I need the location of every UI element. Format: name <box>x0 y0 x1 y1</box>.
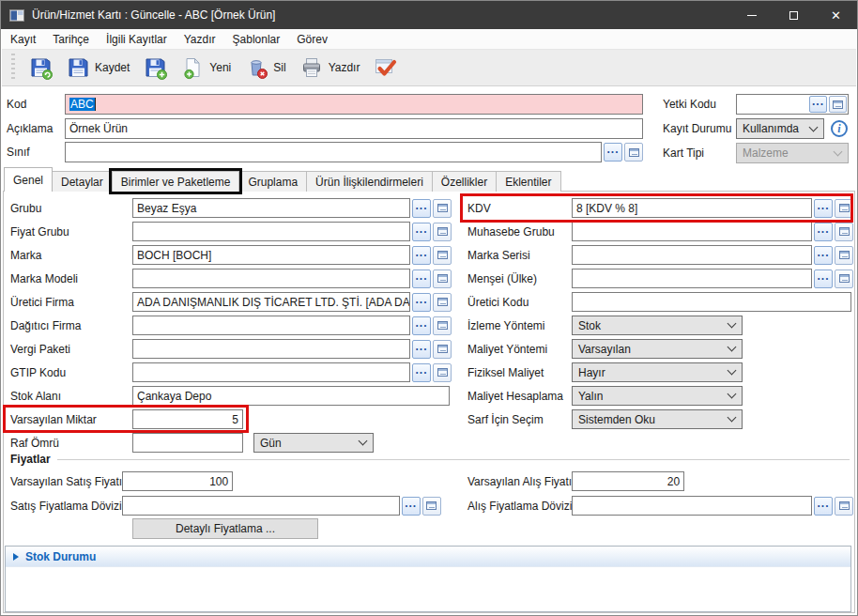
detail-button[interactable] <box>433 246 452 265</box>
browse-button[interactable]: ... <box>412 246 431 265</box>
kod-input[interactable]: ABC <box>65 94 643 115</box>
sinif-detail-button[interactable] <box>624 143 643 162</box>
minimize-button[interactable] <box>730 1 773 29</box>
browse-button[interactable]: ... <box>412 223 431 241</box>
sinif-browse-button[interactable]: ... <box>604 143 622 162</box>
izleme-yontemi-select[interactable]: Stok <box>572 316 743 335</box>
aciklama-input[interactable]: Örnek Ürün <box>65 118 643 139</box>
tab-ozellikler[interactable]: Özellikler <box>432 171 497 192</box>
save-refresh-button[interactable] <box>23 52 58 84</box>
browse-button[interactable]: ... <box>412 199 431 218</box>
sarf-icin-secim-select[interactable]: Sistemden Oku <box>572 409 743 429</box>
tab-birimler-ve-paketleme[interactable]: Birimler ve Paketleme <box>112 171 240 192</box>
alis-fiyati-input[interactable]: 20 <box>572 471 684 491</box>
tab-gruplama[interactable]: Gruplama <box>238 171 307 192</box>
mini-window-icon <box>629 148 639 157</box>
sinif-input[interactable] <box>65 142 602 162</box>
yetki-detail-button[interactable] <box>829 96 847 113</box>
detail-button[interactable] <box>433 363 452 382</box>
detail-button[interactable] <box>433 270 452 288</box>
menu-tarihce[interactable]: Tarihçe <box>44 30 98 49</box>
yetki-kodu-input[interactable]: ... <box>736 94 849 115</box>
menu-ilgili-kayitlar[interactable]: İlgili Kayıtlar <box>98 30 176 49</box>
browse-button[interactable]: ... <box>814 223 833 241</box>
fiziksel-maliyet-select[interactable]: Hayır <box>572 362 743 382</box>
chevron-down-icon <box>728 319 737 329</box>
mini-window-icon <box>839 501 850 510</box>
save-and-new-button[interactable] <box>137 52 173 84</box>
detail-button[interactable] <box>433 316 452 335</box>
info-icon[interactable]: i <box>831 120 848 137</box>
uretici-kodu-input[interactable] <box>572 292 851 312</box>
detail-button[interactable] <box>433 340 452 359</box>
tab-genel[interactable]: Genel <box>4 167 53 192</box>
detail-button[interactable] <box>835 223 853 241</box>
maliyet-hesaplama-select[interactable]: Yalın <box>572 386 743 406</box>
dagitici-firma-input[interactable] <box>132 316 410 335</box>
close-icon: ✕ <box>831 9 841 22</box>
satis-fiyati-input[interactable]: 100 <box>122 471 233 491</box>
kart-tipi-select: Malzeme <box>736 143 849 163</box>
detail-button[interactable] <box>433 199 452 218</box>
satis-doviz-input[interactable] <box>122 496 400 516</box>
grubu-input[interactable]: Beyaz Eşya <box>132 198 410 218</box>
uretici-firma-input[interactable]: ADA DANIŞMANLIK DIŞ TİCARET LTD. ŞTİ. [A… <box>132 292 410 312</box>
marka-modeli-input[interactable] <box>132 269 410 288</box>
tab-detaylar[interactable]: Detaylar <box>52 171 113 192</box>
marka-serisi-input[interactable] <box>572 245 812 265</box>
browse-button[interactable]: ... <box>814 270 833 288</box>
new-button[interactable]: Yeni <box>175 52 237 84</box>
task-approve-button[interactable] <box>367 52 405 84</box>
browse-button[interactable]: ... <box>412 340 431 359</box>
maximize-button[interactable] <box>773 1 815 29</box>
menu-gorev[interactable]: Görev <box>288 30 336 49</box>
ellipsis-icon: ... <box>415 298 427 301</box>
detail-button[interactable] <box>433 293 452 312</box>
raf-omru-input[interactable] <box>132 433 243 453</box>
menu-sablonlar[interactable]: Şablonlar <box>224 30 289 49</box>
delete-trash-icon <box>244 55 268 80</box>
marka-input[interactable]: BOCH [BOCH] <box>132 245 410 265</box>
detail-button[interactable] <box>835 497 853 516</box>
tab-urun-iliskilendirmeleri[interactable]: Ürün İlişkilendirmeleri <box>306 171 433 192</box>
stok-durumu-expander[interactable]: Stok Durumu <box>6 547 850 567</box>
tab-eklentiler[interactable]: Eklentiler <box>496 171 560 192</box>
browse-button[interactable]: ... <box>412 293 431 312</box>
vergi-paketi-input[interactable] <box>132 339 410 359</box>
close-button[interactable]: ✕ <box>815 1 857 29</box>
print-button[interactable]: Yazdır <box>294 52 366 84</box>
detail-button[interactable] <box>835 270 853 288</box>
alis-doviz-input[interactable] <box>572 496 812 516</box>
fiyat-grubu-input[interactable] <box>132 222 410 241</box>
sinif-label: Sınıf <box>7 142 30 162</box>
maliyet-yontemi-select[interactable]: Varsayılan <box>572 339 743 359</box>
ellipsis-icon: ... <box>415 321 427 325</box>
browse-button[interactable]: ... <box>814 246 833 265</box>
browse-button[interactable]: ... <box>814 497 833 516</box>
browse-button[interactable]: ... <box>402 497 421 516</box>
mensei-ulke-input[interactable] <box>572 269 812 288</box>
detail-button[interactable] <box>835 246 853 265</box>
gtip-kodu-input[interactable] <box>132 362 410 382</box>
menu-kayit[interactable]: Kayıt <box>2 30 44 49</box>
muhasebe-grubu-input[interactable] <box>572 222 812 241</box>
varsayilan-miktar-input[interactable]: 5 <box>132 409 243 429</box>
mini-window-icon <box>437 368 448 377</box>
browse-button[interactable]: ... <box>814 199 833 218</box>
detail-button[interactable] <box>422 497 441 516</box>
raf-omru-unit-select[interactable]: Gün <box>253 433 374 453</box>
save-button[interactable]: Kaydet <box>60 52 135 84</box>
stok-alani-input[interactable]: Çankaya Depo <box>132 386 450 406</box>
detayli-fiyatlama-button[interactable]: Detaylı Fiyatlama ... <box>132 518 318 539</box>
yetki-browse-button[interactable]: ... <box>809 96 827 113</box>
menu-yazdir[interactable]: Yazdır <box>176 30 224 49</box>
delete-button[interactable]: Sil <box>238 52 291 84</box>
kayit-durumu-select[interactable]: Kullanımda <box>736 118 824 139</box>
browse-button[interactable]: ... <box>412 316 431 335</box>
detail-button[interactable] <box>433 223 452 241</box>
minimize-icon <box>747 15 757 16</box>
browse-button[interactable]: ... <box>412 363 431 382</box>
detail-button[interactable] <box>835 199 853 218</box>
browse-button[interactable]: ... <box>412 270 431 288</box>
kdv-input[interactable]: 8 [KDV % 8] <box>572 198 812 218</box>
